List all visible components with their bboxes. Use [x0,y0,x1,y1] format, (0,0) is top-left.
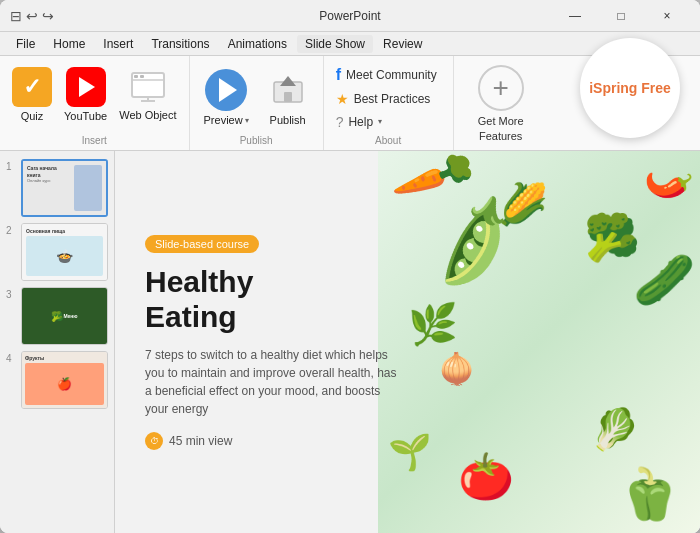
menu-home[interactable]: Home [45,35,93,53]
about-group: f Meet Community ★ Best Practices ? Help… [324,56,454,150]
menu-insert[interactable]: Insert [95,35,141,53]
menu-slideshow[interactable]: Slide Show [297,35,373,53]
slide-thumb-3[interactable]: 3 🥦 Меню [6,287,108,345]
bestpractices-label: Best Practices [354,92,431,106]
cabbage-decoration: 🥬 [590,406,640,453]
ispring-badge: iSpring Free [580,38,680,138]
preview-play-icon [219,78,237,102]
community-label: Meet Community [346,68,437,82]
cauliflower-decoration: 🥦 [584,211,640,264]
star-icon: ★ [336,91,349,107]
ribbon: ✓ Quiz YouTube [0,56,700,151]
slide-num-1: 1 [6,161,16,172]
close-button[interactable]: × [644,0,690,32]
svg-marker-7 [280,76,296,86]
insert-group: ✓ Quiz YouTube [0,56,190,150]
slide-num-2: 2 [6,225,16,236]
slide-panel: 1 Cara началакнига Онлайн курс 2 [0,151,115,533]
menu-file[interactable]: File [8,35,43,53]
preview-button[interactable]: Preview ▾ [198,65,255,130]
title-bar-controls: ⊟ ↩ ↪ [10,8,54,24]
quiz-label: Quiz [21,110,44,122]
youtube-label: YouTube [64,110,107,122]
title-bar: ⊟ ↩ ↪ PowerPoint — □ × [0,0,700,32]
slide-preview-1: Cara началакнига Онлайн курс [21,159,108,217]
window-controls: — □ × [552,0,690,32]
slide-thumb-4[interactable]: 4 Фрукты 🍎 [6,351,108,409]
publish-group-label: Publish [198,135,315,146]
svg-rect-8 [284,92,292,102]
plus-icon: + [478,65,524,111]
slide-duration: ⏱ 45 min view [145,432,445,450]
quiz-icon: ✓ [12,67,52,107]
undo-icon-btn[interactable]: ↩ [26,8,38,24]
publish-button[interactable]: Publish [261,65,315,130]
more-features-button[interactable]: + Get More Features [466,65,536,143]
about-links: f Meet Community ★ Best Practices ? Help… [332,62,445,133]
cucumber-decoration: 🥒 [633,251,695,309]
tomato-decoration: 🍅 [458,450,514,503]
slide-preview-2: Основная пища 🍲 [21,223,108,281]
svg-rect-2 [134,75,138,78]
menu-review[interactable]: Review [375,35,430,53]
maximize-button[interactable]: □ [598,0,644,32]
pepper-decoration: 🫑 [618,465,680,523]
webobject-button[interactable]: Web Object [115,62,180,126]
time-icon: ⏱ [145,432,163,450]
slide-main-content: Slide-based course HealthyEating 7 steps… [145,234,445,450]
youtube-button[interactable]: YouTube [60,63,111,126]
slide-num-3: 3 [6,289,16,300]
slide-num-4: 4 [6,353,16,364]
more-features-group: + Get More Features [454,56,548,150]
help-link[interactable]: ? Help ▾ [332,112,445,132]
help-dropdown-icon: ▾ [378,117,382,126]
youtube-icon [66,67,106,107]
ispring-label: iSpring Free [589,80,671,97]
undo-redo-group: ⊟ ↩ ↪ [10,8,54,24]
duration-label: 45 min view [169,434,232,448]
preview-icon [205,69,247,111]
help-label: Help [348,115,373,129]
redo-icon-btn[interactable]: ↪ [42,8,54,24]
youtube-play-icon [79,77,95,97]
content-area: 1 Cara началакнига Онлайн курс 2 [0,151,700,533]
quiz-button[interactable]: ✓ Quiz [8,63,56,126]
main-slide-view: 🥕 🌽 🫛 🌶️ 🥒 🥦 🌿 🌱 🍅 🫑 🥬 🧅 [115,151,700,533]
publish-label: Publish [270,114,306,126]
insert-buttons: ✓ Quiz YouTube [8,62,181,126]
preview-label: Preview ▾ [204,114,249,126]
slide-preview-3: 🥦 Меню [21,287,108,345]
slide-preview-4: Фрукты 🍎 [21,351,108,409]
webobject-label: Web Object [119,109,176,122]
slide-thumb-1[interactable]: 1 Cara началакнига Онлайн курс [6,159,108,217]
slide-description: 7 steps to switch to a healthy diet whic… [145,346,405,418]
window-title: PowerPoint [319,9,380,23]
publish-icon [267,69,309,111]
menu-transitions[interactable]: Transitions [143,35,217,53]
help-icon: ? [336,114,344,130]
webobject-icon [128,66,168,106]
about-group-label: About [332,135,445,146]
bestpractices-link[interactable]: ★ Best Practices [332,89,445,109]
facebook-icon: f [336,66,341,84]
menu-animations[interactable]: Animations [220,35,295,53]
slide-canvas: 🥕 🌽 🫛 🌶️ 🥒 🥦 🌿 🌱 🍅 🫑 🥬 🧅 [115,151,700,533]
undo-button[interactable]: ⊟ [10,8,22,24]
insert-group-label: Insert [82,135,107,146]
slide-title: HealthyEating [145,265,445,334]
chili-decoration: 🌶️ [638,152,698,212]
minimize-button[interactable]: — [552,0,598,32]
slide-thumb-2[interactable]: 2 Основная пища 🍲 [6,223,108,281]
pub-buttons: Preview ▾ Publish [198,62,315,133]
svg-rect-3 [140,75,144,78]
slide-badge: Slide-based course [145,235,259,253]
publish-group: Preview ▾ Publish Publish [190,56,324,150]
community-link[interactable]: f Meet Community [332,64,445,86]
more-features-label: Get More Features [466,114,536,143]
main-window: ⊟ ↩ ↪ PowerPoint — □ × File Home Insert … [0,0,700,533]
